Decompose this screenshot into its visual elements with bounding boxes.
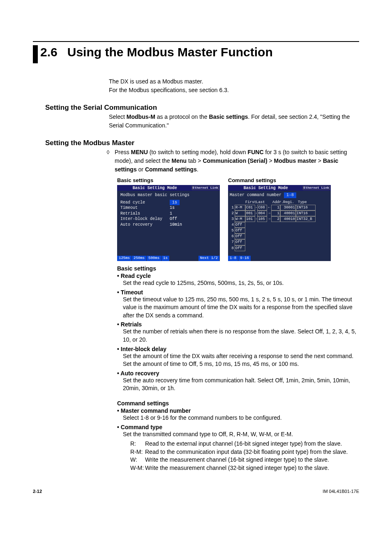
section-heading: Using the Modbus Master Function [67, 45, 273, 59]
screen-header: Master command number [230, 193, 281, 197]
field-value: 10min [170, 222, 182, 228]
screen-title: Basic Setting Mode [229, 186, 303, 190]
field-label: Auto recovery [120, 222, 170, 228]
link-icon: Ethernet Link [303, 186, 330, 190]
bullet-item: Master command numberSelect 1-8 or 9-16 … [117, 407, 359, 422]
screen-header: Modbus master basic settings [120, 192, 217, 198]
table-header: First Last Addr. Regi. Type [230, 200, 329, 205]
field-value: 1 [170, 211, 172, 217]
table-row: 4Off [230, 222, 329, 228]
intro-line: The DX is used as a Modbus master. [109, 77, 359, 86]
bullet-item: RetrialsSet the number of retrials when … [117, 321, 359, 344]
screenshot-caption-basic: Basic settings [117, 177, 220, 183]
intro-line: For the Modbus specifications, see secti… [109, 86, 359, 95]
title-rule [33, 41, 359, 42]
field-value: 1s [170, 205, 175, 211]
subheading-master: Setting the Modbus Master [45, 139, 359, 147]
table-row: 1R-MC01-C08←130001INT16 [230, 205, 329, 210]
type-definition: R-M:Read to the communication input data… [130, 448, 359, 456]
subheading-serial: Setting the Serial Communication [45, 104, 359, 112]
section-marker [33, 45, 38, 63]
softkey: 9-16 [238, 256, 251, 261]
field-label: Retrials [120, 211, 170, 217]
field-label: Read cycle [120, 200, 170, 206]
table-row: 5Off [230, 228, 329, 234]
table-row: 7Off [230, 239, 329, 245]
table-row: 8Off [230, 245, 329, 251]
table-row: 2W001-004→140001INT16 [230, 210, 329, 216]
bullet-item: Command typeSet the transmitted command … [117, 424, 359, 439]
field-value: 1-8 [284, 192, 296, 198]
page-number: 2-12 [33, 489, 42, 494]
bullet-item: Auto recoverySet the auto recovery time … [117, 370, 359, 393]
softkey: 1s [161, 256, 169, 261]
bullet-item: TimeoutSet the timeout value to 125 ms, … [117, 289, 359, 320]
table-row: 6Off [230, 234, 329, 239]
field-label: Inter-block delay [120, 216, 170, 222]
section-number: 2.6 [40, 45, 58, 59]
softkey: 1-8 [228, 256, 238, 261]
field-value: 1s [170, 200, 180, 206]
screen-title: Basic Setting Mode [118, 186, 192, 190]
softkey: 125ms [117, 256, 131, 261]
softkey-next: Next 1/2 [198, 256, 219, 261]
softkey: 500ms [147, 256, 161, 261]
type-definition: W-M:Write the measurement channel (32-bi… [130, 464, 359, 472]
procedure-step: ◊ Press MENU (to switch to setting mode)… [109, 148, 359, 174]
type-definition: W:Write the measurement channel (16-bit … [130, 456, 359, 464]
serial-body: Select Modbus-M as a protocol on the Bas… [109, 113, 359, 130]
field-value: Off [170, 216, 177, 222]
content-heading-command: Command settings [117, 400, 359, 407]
bullet-item: Read cycleSet the read cycle to 125ms, 2… [117, 273, 359, 287]
link-icon: Ethernet Link [192, 186, 219, 190]
type-definition: R:Read to the external input channel (16… [130, 440, 359, 448]
content-heading-basic: Basic settings [117, 265, 359, 272]
softkey: 250ms [132, 256, 146, 261]
screenshot-command: Basic Setting Mode Ethernet Link Master … [228, 185, 331, 261]
field-label: Timeout [120, 205, 170, 211]
screenshot-basic: Basic Setting Mode Ethernet Link Modbus … [117, 185, 220, 261]
screenshot-caption-command: Command settings [228, 177, 331, 183]
doc-id: IM 04L41B01-17E [323, 489, 359, 494]
bullet-item: Inter-block delaySet the amount of time … [117, 346, 359, 368]
table-row: 3W-M101-105→240010INT32_B [230, 216, 329, 222]
